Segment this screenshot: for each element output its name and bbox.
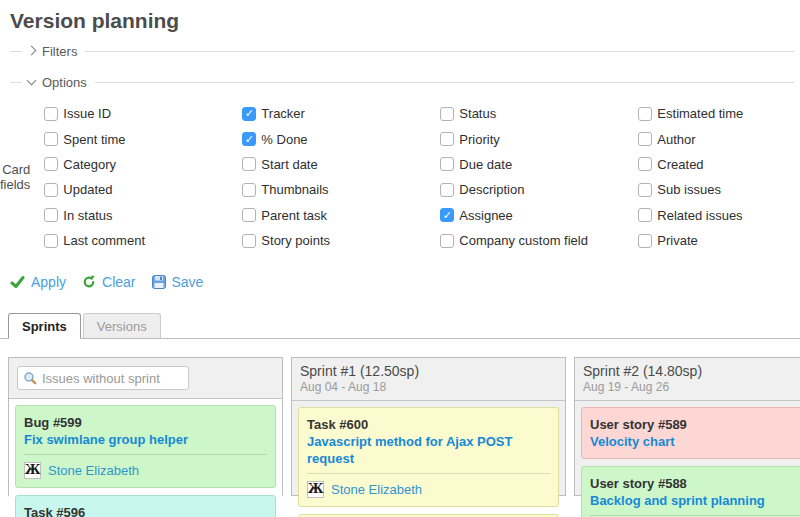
issue-id: Bug #599 bbox=[24, 414, 267, 431]
reload-icon bbox=[82, 275, 96, 289]
checkbox-company-custom-field[interactable]: Company custom field bbox=[440, 228, 638, 253]
filter-actions-toolbar: Apply Clear Save bbox=[10, 274, 800, 290]
options-legend-label: Options bbox=[42, 75, 87, 90]
options-section: Options bbox=[10, 73, 794, 91]
check-icon bbox=[10, 275, 25, 289]
checkbox-description[interactable]: Description bbox=[440, 177, 638, 202]
checkbox[interactable] bbox=[242, 208, 256, 222]
checkbox-due-date[interactable]: Due date bbox=[440, 152, 638, 177]
checkbox[interactable] bbox=[242, 234, 256, 248]
checkbox[interactable] bbox=[44, 234, 58, 248]
checkbox[interactable] bbox=[44, 157, 58, 171]
checkbox-estimated-time[interactable]: Estimated time bbox=[638, 101, 800, 126]
checkbox[interactable] bbox=[242, 107, 256, 121]
checkbox-related-issues[interactable]: Related issues bbox=[638, 203, 800, 228]
save-button[interactable]: Save bbox=[152, 274, 204, 290]
clear-button[interactable]: Clear bbox=[82, 274, 135, 290]
assignee-link[interactable]: Stone Elizabeth bbox=[331, 482, 422, 497]
issue-id: Task #600 bbox=[307, 416, 550, 433]
checkbox-sub-issues[interactable]: Sub issues bbox=[638, 177, 800, 202]
checkbox[interactable] bbox=[440, 132, 454, 146]
options-toggle[interactable]: Options bbox=[22, 75, 95, 90]
checkbox-category[interactable]: Category bbox=[44, 152, 242, 177]
checkbox-private[interactable]: Private bbox=[638, 228, 800, 253]
sprint-dates: Aug 19 - Aug 26 bbox=[583, 380, 800, 395]
checkbox[interactable] bbox=[638, 234, 652, 248]
sprint-dates: Aug 04 - Aug 18 bbox=[300, 380, 557, 395]
assignee-row: Stone Elizabeth bbox=[307, 480, 550, 498]
checkbox[interactable] bbox=[44, 107, 58, 121]
sprint-board: Bug #599 Fix swimlane group helper Stone… bbox=[8, 357, 800, 496]
checkbox[interactable] bbox=[242, 183, 256, 197]
avatar bbox=[307, 481, 324, 498]
card-fields-options: Card fields Issue ID Tracker Status Esti… bbox=[0, 101, 800, 253]
checkbox-assignee[interactable]: Assignee bbox=[440, 203, 638, 228]
checkbox[interactable] bbox=[440, 234, 454, 248]
checkbox-percent-done[interactable]: % Done bbox=[242, 126, 440, 151]
tab-sprints[interactable]: Sprints bbox=[8, 313, 81, 339]
sprint-2-column: Sprint #2 (14.80sp) Aug 19 - Aug 26 User… bbox=[574, 357, 800, 496]
checkbox[interactable] bbox=[44, 132, 58, 146]
checkbox-thumbnails[interactable]: Thumbnails bbox=[242, 177, 440, 202]
filters-section: Filters bbox=[10, 42, 794, 60]
sprint-1-body: Task #600 Javascript method for Ajax POS… bbox=[292, 401, 565, 517]
checkbox[interactable] bbox=[638, 157, 652, 171]
checkbox[interactable] bbox=[638, 132, 652, 146]
checkbox[interactable] bbox=[440, 183, 454, 197]
sprint-title: Sprint #1 (12.50sp) bbox=[300, 363, 557, 380]
checkbox-status[interactable]: Status bbox=[440, 101, 638, 126]
issue-subject-link[interactable]: Javascript method for Ajax POST request bbox=[307, 433, 550, 467]
checkbox-parent-task[interactable]: Parent task bbox=[242, 203, 440, 228]
version-planning-page: Version planning Filters Options Card fi… bbox=[0, 0, 800, 517]
checkbox[interactable] bbox=[440, 208, 454, 222]
assignee-link[interactable]: Stone Elizabeth bbox=[48, 463, 139, 478]
chevron-down-icon bbox=[27, 75, 37, 85]
checkbox-author[interactable]: Author bbox=[638, 126, 800, 151]
issue-card-589[interactable]: User story #589 Velocity chart bbox=[581, 407, 800, 459]
card-fields-grid: Issue ID Tracker Status Estimated time S… bbox=[44, 101, 800, 253]
issue-subject-link[interactable]: Fix swimlane group helper bbox=[24, 431, 267, 448]
backlog-column-body: Bug #599 Fix swimlane group helper Stone… bbox=[9, 399, 282, 517]
checkbox-last-comment[interactable]: Last comment bbox=[44, 228, 242, 253]
chevron-right-icon bbox=[27, 46, 37, 56]
checkbox-spent-time[interactable]: Spent time bbox=[44, 126, 242, 151]
issue-card-596[interactable]: Task #596 Customer help required bbox=[15, 495, 276, 517]
checkbox[interactable] bbox=[638, 208, 652, 222]
checkbox[interactable] bbox=[44, 208, 58, 222]
issue-subject-link[interactable]: Velocity chart bbox=[590, 433, 800, 450]
checkbox[interactable] bbox=[44, 183, 58, 197]
checkbox[interactable] bbox=[242, 132, 256, 146]
issue-card-599[interactable]: Bug #599 Fix swimlane group helper Stone… bbox=[15, 405, 276, 488]
checkbox-created[interactable]: Created bbox=[638, 152, 800, 177]
backlog-search bbox=[17, 366, 189, 390]
issue-card-588[interactable]: User story #588 Backlog and sprint plann… bbox=[581, 466, 800, 517]
sprint-2-body: User story #589 Velocity chart User stor… bbox=[575, 401, 800, 517]
checkbox-updated[interactable]: Updated bbox=[44, 177, 242, 202]
filters-toggle[interactable]: Filters bbox=[22, 44, 85, 59]
board-tabs: Sprints Versions bbox=[0, 313, 800, 339]
issue-id: User story #589 bbox=[590, 416, 800, 433]
checkbox[interactable] bbox=[440, 107, 454, 121]
checkbox-in-status[interactable]: In status bbox=[44, 203, 242, 228]
issue-subject-link[interactable]: Backlog and sprint planning bbox=[590, 492, 800, 509]
floppy-save-icon bbox=[152, 275, 166, 289]
checkbox[interactable] bbox=[242, 157, 256, 171]
checkbox-priority[interactable]: Priority bbox=[440, 126, 638, 151]
checkbox-tracker[interactable]: Tracker bbox=[242, 101, 440, 126]
checkbox-story-points[interactable]: Story points bbox=[242, 228, 440, 253]
backlog-search-input[interactable] bbox=[17, 366, 189, 390]
checkbox[interactable] bbox=[638, 107, 652, 121]
checkbox[interactable] bbox=[440, 157, 454, 171]
sprint-2-header: Sprint #2 (14.80sp) Aug 19 - Aug 26 bbox=[575, 358, 800, 401]
sprint-1-column: Sprint #1 (12.50sp) Aug 04 - Aug 18 Task… bbox=[291, 357, 566, 496]
apply-button[interactable]: Apply bbox=[10, 274, 66, 290]
checkbox-start-date[interactable]: Start date bbox=[242, 152, 440, 177]
checkbox[interactable] bbox=[638, 183, 652, 197]
tab-versions[interactable]: Versions bbox=[83, 313, 161, 338]
filters-legend-label: Filters bbox=[42, 44, 77, 59]
checkbox-issue-id[interactable]: Issue ID bbox=[44, 101, 242, 126]
search-icon bbox=[23, 371, 37, 385]
issue-card-600[interactable]: Task #600 Javascript method for Ajax POS… bbox=[298, 407, 559, 507]
avatar bbox=[24, 462, 41, 479]
issue-id: User story #588 bbox=[590, 475, 800, 492]
